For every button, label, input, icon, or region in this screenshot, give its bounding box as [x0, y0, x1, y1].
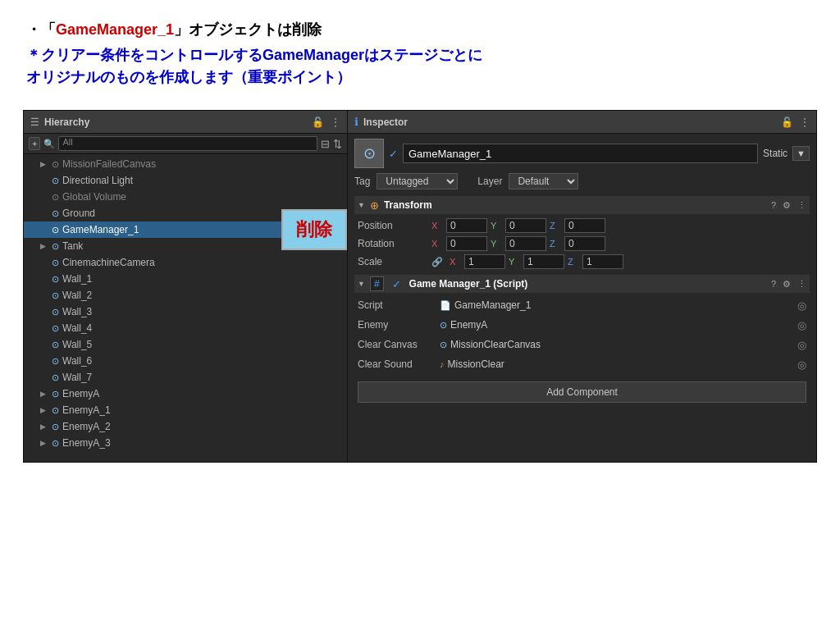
line1-highlight: GameManager_1: [56, 21, 174, 38]
item-label: Wall_5: [62, 339, 92, 350]
rotation-z-field[interactable]: [564, 236, 605, 251]
scale-z-field[interactable]: [582, 254, 623, 269]
tag-layer-row: Tag Untagged Layer Default: [354, 173, 810, 189]
info-icon: ℹ: [354, 116, 358, 128]
hierarchy-lock-icon[interactable]: 🔓: [312, 116, 324, 128]
filter-icon[interactable]: ⊟: [321, 138, 330, 150]
item-icon: ⊙: [52, 307, 59, 317]
sort-icon[interactable]: ⇅: [333, 138, 342, 150]
item-label: Wall_1: [62, 273, 92, 285]
enemy-select-btn[interactable]: ◎: [797, 319, 806, 331]
enemy-object-icon: ⊙: [440, 320, 447, 331]
position-x-field[interactable]: [446, 218, 487, 233]
x-label: X: [431, 239, 443, 249]
scale-x-field[interactable]: [464, 254, 505, 269]
add-component-button[interactable]: Add Component: [358, 381, 806, 403]
add-button[interactable]: +: [29, 137, 40, 150]
hierarchy-item-wall7[interactable]: ⊙ Wall_7: [24, 369, 347, 386]
script-hash-icon: #: [370, 276, 384, 291]
static-label: Static: [763, 148, 788, 159]
hierarchy-item-missionfailedcanvas[interactable]: ▶ ⊙ MissionFailedCanvas: [24, 156, 347, 172]
hierarchy-item-wall6[interactable]: ⊙ Wall_6: [24, 353, 347, 369]
line3: オリジナルのものを作成します（重要ポイント）: [26, 66, 814, 89]
hierarchy-item-directional-light[interactable]: ⊙ Directional Light: [24, 172, 347, 189]
static-dropdown[interactable]: ▼: [792, 146, 810, 161]
hierarchy-item-wall4[interactable]: ⊙ Wall_4: [24, 320, 347, 336]
hierarchy-item-enemya3[interactable]: ▶ ⊙ EnemyA_3: [24, 435, 347, 451]
hierarchy-item-enemya[interactable]: ▶ ⊙ EnemyA: [24, 386, 347, 402]
layer-dropdown[interactable]: Default: [509, 173, 578, 189]
hierarchy-item-wall1[interactable]: ⊙ Wall_1: [24, 271, 347, 287]
item-icon: ⊙: [52, 340, 59, 350]
rotation-label: Rotation: [358, 238, 431, 249]
active-checkbox[interactable]: ✓: [389, 148, 398, 160]
clear-canvas-select-btn[interactable]: ◎: [797, 339, 806, 351]
hierarchy-title: Hierarchy: [44, 116, 312, 128]
layer-dropdown-wrapper: Default: [509, 173, 578, 189]
tag-dropdown[interactable]: Untagged: [377, 173, 458, 189]
script-settings-icon[interactable]: ⚙: [783, 279, 791, 290]
hierarchy-menu-icon: ☰: [30, 116, 39, 128]
script-clear-canvas-text: MissionClearCanvas: [450, 339, 541, 350]
scale-fields: 🔗 X Y Z: [431, 254, 806, 269]
transform-section-header[interactable]: ▼ ⊕ Transform ? ⚙ ⋮: [354, 196, 810, 214]
item-label: Wall_6: [62, 355, 92, 367]
hierarchy-list: ▶ ⊙ MissionFailedCanvas ⊙ Directional Li…: [24, 154, 347, 462]
rotation-x-field[interactable]: [446, 236, 487, 251]
y-label: Y: [509, 257, 520, 267]
object-name-field[interactable]: [403, 144, 758, 163]
item-label: CinemachineCamera: [62, 257, 155, 268]
inspector-body: ⊙ ✓ Static ▼ Tag Untagged Layer Defa: [348, 134, 816, 462]
inspector-lock-icon[interactable]: 🔓: [781, 116, 793, 128]
transform-help-icon[interactable]: ?: [771, 200, 776, 211]
script-help-icon[interactable]: ?: [771, 279, 776, 290]
sound-audio-icon: ♪: [440, 359, 445, 369]
position-y-field[interactable]: [505, 218, 546, 233]
object-name-row: ⊙ ✓ Static ▼: [354, 139, 810, 168]
clear-sound-select-btn[interactable]: ◎: [797, 358, 806, 371]
hierarchy-item-wall2[interactable]: ⊙ Wall_2: [24, 287, 347, 304]
inspector-more-icon[interactable]: ⋮: [800, 116, 810, 128]
transform-section: ▼ ⊕ Transform ? ⚙ ⋮ Position X Y: [354, 196, 810, 270]
scale-label: Scale: [358, 256, 431, 267]
hierarchy-item-wall5[interactable]: ⊙ Wall_5: [24, 336, 347, 353]
transform-more-icon[interactable]: ⋮: [797, 200, 806, 211]
inspector-header: ℹ Inspector 🔓 ⋮: [348, 111, 816, 134]
item-label: Directional Light: [62, 175, 133, 186]
x-label: X: [450, 257, 461, 267]
item-icon: ⊙: [52, 372, 59, 383]
script-clear-canvas-value: ⊙ MissionClearCanvas: [440, 339, 797, 350]
hierarchy-item-cinemachine[interactable]: ⊙ CinemachineCamera: [24, 254, 347, 271]
item-icon: ⊙: [52, 159, 59, 170]
script-clear-sound-row: Clear Sound ♪ MissionClear ◎: [354, 355, 810, 373]
script-file-icon: 📄: [440, 300, 451, 311]
hierarchy-header: ☰ Hierarchy 🔓 ⋮: [24, 111, 347, 134]
search-label: 🔍: [43, 139, 55, 149]
script-section-header[interactable]: ▼ # ✓ Game Manager_1 (Script) ? ⚙ ⋮: [354, 275, 810, 293]
rotation-y-field[interactable]: [505, 236, 546, 251]
script-more-icon[interactable]: ⋮: [797, 279, 806, 290]
hierarchy-item-global-volume[interactable]: ⊙ Global Volume: [24, 189, 347, 205]
item-label: GameManager_1: [62, 224, 139, 235]
item-icon: ⊙: [52, 389, 59, 399]
inspector-title: Inspector: [363, 116, 781, 128]
position-z-field[interactable]: [564, 218, 605, 233]
search-field[interactable]: All: [58, 136, 317, 151]
object-icon-box: ⊙: [354, 139, 384, 168]
item-label: EnemyA_1: [62, 404, 111, 416]
hierarchy-more-icon[interactable]: ⋮: [331, 116, 340, 128]
hierarchy-item-enemya2[interactable]: ▶ ⊙ EnemyA_2: [24, 418, 347, 435]
transform-settings-icon[interactable]: ⚙: [783, 200, 791, 211]
script-select-btn[interactable]: ◎: [797, 299, 806, 312]
scale-y-field[interactable]: [523, 254, 564, 269]
hierarchy-item-enemya1[interactable]: ▶ ⊙ EnemyA_1: [24, 402, 347, 418]
script-clear-sound-text: MissionClear: [448, 358, 504, 370]
expand-arrow: ▶: [40, 439, 48, 447]
script-section: ▼ # ✓ Game Manager_1 (Script) ? ⚙ ⋮ Scri…: [354, 275, 810, 373]
script-active-checkbox[interactable]: ✓: [392, 278, 401, 290]
hierarchy-item-wall3[interactable]: ⊙ Wall_3: [24, 304, 347, 320]
line1-post: 」オブジェクトは削除: [174, 21, 322, 38]
position-row: Position X Y Z: [354, 217, 810, 234]
item-icon: ⊙: [52, 241, 59, 252]
script-clear-sound-label: Clear Sound: [358, 358, 440, 370]
